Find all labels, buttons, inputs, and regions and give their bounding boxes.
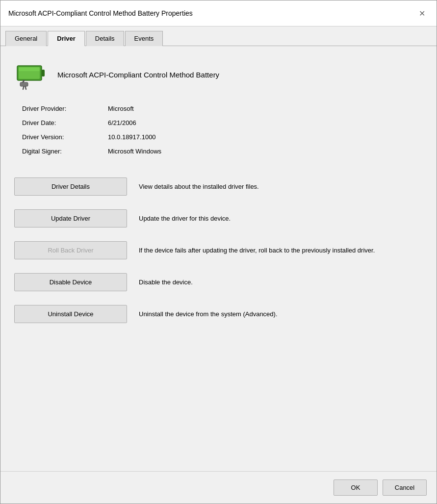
tab-general[interactable]: General xyxy=(5,31,47,46)
ok-button[interactable]: OK xyxy=(334,479,378,496)
battery-icon xyxy=(14,58,48,91)
action-row-disable-device: Disable Device Disable the device. xyxy=(14,266,423,298)
tab-events[interactable]: Events xyxy=(125,31,163,46)
uninstall-device-button[interactable]: Uninstall Device xyxy=(14,305,127,323)
action-section: Driver Details View details about the in… xyxy=(14,171,423,330)
tab-details[interactable]: Details xyxy=(86,31,124,46)
action-row-roll-back-driver: Roll Back Driver If the device fails aft… xyxy=(14,234,423,266)
signer-value: Microsoft Windows xyxy=(108,148,161,155)
info-row-version: Driver Version: 10.0.18917.1000 xyxy=(22,133,423,141)
svg-rect-1 xyxy=(42,70,45,76)
version-label: Driver Version: xyxy=(22,133,108,141)
cancel-button[interactable]: Cancel xyxy=(383,479,427,496)
info-row-date: Driver Date: 6/21/2006 xyxy=(22,119,423,126)
version-value: 10.0.18917.1000 xyxy=(108,133,156,141)
info-row-provider: Driver Provider: Microsoft xyxy=(22,105,423,112)
date-value: 6/21/2006 xyxy=(108,119,136,126)
signer-label: Digital Signer: xyxy=(22,148,108,155)
title-bar: Microsoft ACPI-Compliant Control Method … xyxy=(0,0,437,26)
disable-device-button[interactable]: Disable Device xyxy=(14,273,127,291)
dialog-window: Microsoft ACPI-Compliant Control Method … xyxy=(0,0,437,504)
device-name: Microsoft ACPI-Compliant Control Method … xyxy=(57,71,219,79)
date-label: Driver Date: xyxy=(22,119,108,126)
tab-bar: General Driver Details Events xyxy=(0,26,437,46)
driver-details-button[interactable]: Driver Details xyxy=(14,177,127,196)
update-driver-description: Update the driver for this device. xyxy=(139,214,423,224)
provider-value: Microsoft xyxy=(108,105,134,112)
roll-back-driver-description: If the device fails after updating the d… xyxy=(139,246,423,255)
action-row-driver-details: Driver Details View details about the in… xyxy=(14,171,423,202)
uninstall-device-description: Uninstall the device from the system (Ad… xyxy=(139,309,423,319)
close-button[interactable]: ✕ xyxy=(415,6,429,20)
tab-driver[interactable]: Driver xyxy=(48,31,85,46)
driver-info-table: Driver Provider: Microsoft Driver Date: … xyxy=(22,105,423,155)
disable-device-description: Disable the device. xyxy=(139,277,423,287)
driver-details-description: View details about the installed driver … xyxy=(139,182,423,192)
provider-label: Driver Provider: xyxy=(22,105,108,112)
action-row-update-driver: Update Driver Update the driver for this… xyxy=(14,202,423,234)
footer: OK Cancel xyxy=(0,471,437,504)
update-driver-button[interactable]: Update Driver xyxy=(14,209,127,227)
svg-rect-3 xyxy=(19,67,40,71)
roll-back-driver-button[interactable]: Roll Back Driver xyxy=(14,241,127,259)
info-row-signer: Digital Signer: Microsoft Windows xyxy=(22,148,423,155)
content-area: Microsoft ACPI-Compliant Control Method … xyxy=(0,46,437,471)
window-title: Microsoft ACPI-Compliant Control Method … xyxy=(8,9,193,17)
device-header: Microsoft ACPI-Compliant Control Method … xyxy=(14,58,423,91)
action-row-uninstall-device: Uninstall Device Uninstall the device fr… xyxy=(14,298,423,330)
svg-rect-8 xyxy=(20,82,28,86)
